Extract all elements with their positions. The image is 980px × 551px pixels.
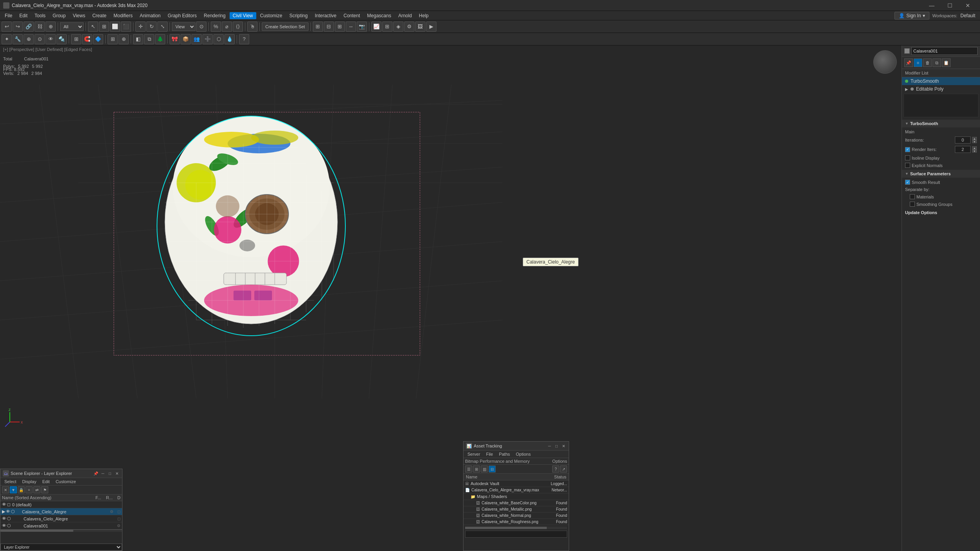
render-iters-cb[interactable]	[905, 147, 910, 152]
bind-button[interactable]: ⊕	[46, 22, 56, 32]
iterations-up[interactable]: ▲	[972, 137, 977, 140]
menu-graph-editors[interactable]: Graph Editors	[164, 12, 200, 19]
render-setup-button[interactable]: ⚙	[404, 22, 414, 32]
menu-animation[interactable]: Animation	[137, 12, 164, 19]
se-maximize-button[interactable]: □	[107, 471, 113, 476]
render-iters-spinner[interactable]	[955, 146, 971, 153]
at-server-btn[interactable]: Server	[465, 451, 482, 457]
render-frame-button[interactable]: 🖼	[415, 22, 425, 32]
at-grid-icon[interactable]: ⊞	[473, 466, 480, 473]
at-item-metallic[interactable]: 🖼 Calavera_white_Metallic.png Found	[464, 506, 569, 513]
menu-scripting[interactable]: Scripting	[286, 12, 311, 19]
smooth-result-cb[interactable]	[905, 180, 910, 185]
motion-tab-button[interactable]: ⊙	[35, 34, 45, 44]
at-item-vault[interactable]: 🏛 Autodesk Vault Logged...	[464, 480, 569, 487]
menu-file[interactable]: File	[2, 12, 15, 19]
menu-edit[interactable]: Edit	[16, 12, 31, 19]
smoothing-groups-cb[interactable]	[910, 202, 915, 207]
undo-button[interactable]: ↩	[2, 22, 12, 32]
grid-button[interactable]: ⊞	[108, 34, 118, 44]
se-item-calavera-mesh[interactable]: 👁 ⬡ Calavera_Cielo_Alegre ◻	[0, 515, 122, 522]
color-swatch[interactable]	[904, 48, 910, 54]
create-selection-set-button[interactable]: Create Selection Set	[262, 22, 308, 31]
iterations-down[interactable]: ▼	[972, 140, 977, 143]
viewport[interactable]: x z [+] [Perspective] [User Defined] [Ed…	[0, 45, 902, 551]
rp-list-btn[interactable]: ≡	[914, 58, 922, 67]
schematic-button[interactable]: ⊞	[382, 22, 392, 32]
rp-paste-btn[interactable]: 📋	[942, 58, 951, 67]
rp-copy-btn[interactable]: ⧉	[933, 58, 941, 67]
at-arrow-icon[interactable]: ↗	[560, 466, 567, 473]
manipulate-button[interactable]: 🖱	[247, 22, 257, 32]
percent-snap-button[interactable]: %	[211, 22, 221, 32]
mirror-button[interactable]: ⊞	[313, 22, 323, 32]
link-button[interactable]: 🔗	[24, 22, 34, 32]
create-tab-button[interactable]: ✦	[2, 34, 12, 44]
reference-coord-dropdown[interactable]: View	[172, 22, 195, 31]
spacing-button[interactable]: ↔	[346, 22, 356, 32]
explicit-normals-cb[interactable]	[905, 163, 910, 168]
material-editor-button[interactable]: ◈	[393, 22, 403, 32]
redo-button[interactable]: ↪	[13, 22, 23, 32]
menu-create[interactable]: Create	[89, 12, 109, 19]
menu-arnold[interactable]: Arnold	[395, 12, 415, 19]
window-crossing-button[interactable]: ⬛	[121, 22, 131, 32]
at-list-icon[interactable]: ☰	[465, 466, 472, 473]
navigation-sphere[interactable]	[873, 50, 897, 74]
layer-button[interactable]: ⧉	[144, 34, 154, 44]
menu-views[interactable]: Views	[69, 12, 88, 19]
substance-button[interactable]: ⬡	[214, 34, 224, 44]
scene-explorer-button[interactable]: 🌲	[155, 34, 165, 44]
help-button[interactable]: ?	[239, 34, 249, 44]
object-name-input[interactable]	[911, 47, 978, 55]
at-paths-btn[interactable]: Paths	[496, 451, 512, 457]
menu-group[interactable]: Group	[49, 12, 69, 19]
at-maximize-button[interactable]: □	[554, 443, 559, 449]
sign-in-button[interactable]: 👤 Sign In ▾	[894, 12, 929, 20]
menu-rendering[interactable]: Rendering	[201, 12, 228, 19]
ribbon-button[interactable]: 🎀	[170, 34, 180, 44]
se-plus-icon[interactable]: +	[26, 486, 33, 493]
snap-options-button[interactable]: 🔷	[93, 34, 103, 44]
at-options-link[interactable]: Options	[552, 459, 567, 464]
isoline-cb[interactable]	[905, 155, 910, 160]
se-item-calavera-group[interactable]: ▶ 👁 ⬡ Calavera_Cielo_Alegre ⚙ ◻	[0, 508, 122, 515]
at-question-icon[interactable]: ?	[552, 466, 559, 473]
menu-customize[interactable]: Customize	[257, 12, 286, 19]
menu-civil-view[interactable]: Civil View	[230, 12, 256, 19]
minimize-button[interactable]: —	[923, 0, 941, 11]
se-select-button[interactable]: Select	[2, 479, 19, 484]
move-button[interactable]: ✛	[135, 22, 146, 32]
rotate-button[interactable]: ↻	[146, 22, 157, 32]
at-item-basecolor[interactable]: 🖼 Calavera_white_BaseColor.png Found	[464, 500, 569, 506]
modifier-turbosmooth[interactable]: TurboSmooth	[902, 77, 980, 85]
se-display-button[interactable]: Display	[20, 479, 39, 484]
at-table-icon[interactable]: ⊟	[489, 466, 496, 473]
spinner-snap-button[interactable]: ⟨⟩	[233, 22, 243, 32]
se-minimize-button[interactable]: ─	[100, 471, 106, 476]
select-button[interactable]: ↖	[88, 22, 98, 32]
se-x-icon[interactable]: ✕	[2, 486, 9, 493]
snaps-button[interactable]: 🧲	[82, 34, 92, 44]
menu-megascans[interactable]: Megascans	[364, 12, 394, 19]
menu-content[interactable]: Content	[340, 12, 363, 19]
at-item-maps-folder[interactable]: 📁 Maps / Shaders	[464, 493, 569, 500]
selection-filter-dropdown[interactable]: All	[60, 22, 84, 31]
turbosmooth-section-header[interactable]: ▼ TurboSmooth	[902, 120, 980, 127]
scene-explorer-scrollbar[interactable]	[0, 529, 122, 532]
at-minimize-button[interactable]: ─	[547, 443, 552, 449]
menu-modifiers[interactable]: Modifiers	[110, 12, 136, 19]
angle-snap-button[interactable]: ⌀	[222, 22, 232, 32]
render-iters-down[interactable]: ▼	[972, 149, 977, 153]
layer-explorer-select[interactable]: Layer Explorer	[0, 544, 122, 551]
surface-params-header[interactable]: ▼ Surface Parameters	[902, 170, 980, 178]
unlink-button[interactable]: ⛓	[35, 22, 45, 32]
pivot-button[interactable]: ⊙	[196, 22, 206, 32]
hierarchy-tab-button[interactable]: ⊕	[24, 34, 34, 44]
se-item-calavera001[interactable]: 👁 ⬡ Calavera001 ⚙	[0, 522, 122, 529]
materials-cb[interactable]	[910, 194, 915, 199]
modifier-editable-poly[interactable]: ▶ Editable Poly	[902, 85, 980, 93]
scale-button[interactable]: ⤡	[157, 22, 168, 32]
render-iters-up[interactable]: ▲	[972, 146, 977, 149]
at-col-icon[interactable]: ▥	[481, 466, 488, 473]
